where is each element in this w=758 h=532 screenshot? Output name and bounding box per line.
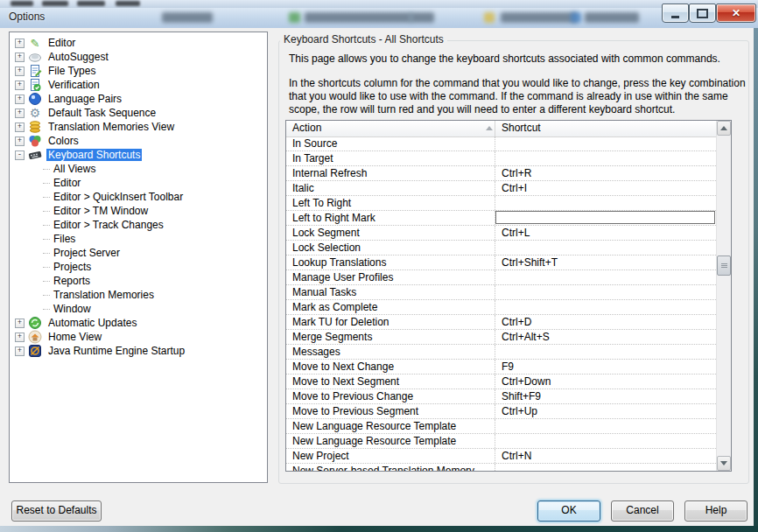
table-row-new-language-resource-template[interactable]: New Language Resource Template [286,419,716,434]
table-row-lock-selection[interactable]: Lock Selection [286,241,716,256]
expand-icon[interactable]: + [15,318,25,328]
table-row-lookup-translations[interactable]: Lookup TranslationsCtrl+Shift+T [286,256,716,270]
shortcut-cell: F9 [495,360,716,374]
tree-item-files[interactable]: Files [10,232,267,246]
expand-icon[interactable]: + [15,52,25,62]
action-cell: New Server-based Translation Memory [286,464,495,471]
tree-item-verification[interactable]: +Verification [10,78,267,92]
table-row-internal-refresh[interactable]: Internal RefreshCtrl+R [286,166,716,181]
action-cell: Messages [286,345,495,359]
tree-item-reports[interactable]: Reports [10,274,267,288]
action-cell: Mark as Complete [286,300,495,314]
updates-icon [28,316,42,330]
table-row-left-to-right[interactable]: Left To Right [286,196,716,211]
scrollbar-thumb[interactable] [717,256,731,276]
table-row-merge-segments[interactable]: Merge SegmentsCtrl+Alt+S [286,330,716,345]
table-row-left-to-right-mark[interactable]: Left to Right Mark [286,211,716,226]
tree-item-editor-track-changes[interactable]: Editor > Track Changes [10,218,267,232]
tree-item-project-server[interactable]: Project Server [10,246,267,260]
expand-icon[interactable]: + [15,122,25,132]
expand-icon[interactable]: + [15,80,25,90]
expand-icon[interactable]: + [15,94,25,104]
tree-item-colors[interactable]: +Colors [10,134,267,148]
minimize-button[interactable] [662,4,689,23]
tree-item-editor[interactable]: +✎Editor [10,36,267,50]
expand-icon[interactable]: + [15,136,25,146]
expand-icon[interactable]: + [15,38,25,48]
shortcut-cell [495,196,716,210]
shortcut-cell [495,419,716,433]
tree-item-editor-tm-window[interactable]: Editor > TM Window [10,204,267,218]
vertical-scrollbar[interactable] [716,121,731,471]
table-row-messages[interactable]: Messages [286,345,716,360]
shortcut-cell: Ctrl+N [495,449,716,463]
tree-item-label: Keyboard Shortcuts [46,149,142,161]
page-title: Keyboard Shortcuts - All Shortcuts [280,33,447,46]
action-cell: Move to Previous Segment [286,404,495,418]
tree-item-projects[interactable]: Projects [10,260,267,274]
close-button[interactable]: ✕ [716,4,756,23]
tree-item-label: Java Runtime Engine Startup [46,345,186,357]
tree-item-keyboard-shortcuts[interactable]: -Keyboard Shortcuts [10,148,267,162]
table-row-lock-segment[interactable]: Lock SegmentCtrl+L [286,226,716,241]
table-row-move-to-next-change[interactable]: Move to Next ChangeF9 [286,360,716,374]
action-cell: Lock Segment [286,226,495,240]
expand-icon[interactable]: + [15,332,25,342]
close-icon: ✕ [732,8,740,18]
maximize-button[interactable] [689,4,716,23]
tree-item-translation-memories[interactable]: Translation Memories [10,288,267,302]
column-header-action[interactable]: Action [286,121,495,136]
expand-icon[interactable]: + [15,346,25,356]
shortcut-edit-input[interactable] [495,211,715,224]
tree-item-default-task-sequence[interactable]: +⚙Default Task Sequence [10,106,267,120]
tree-item-all-views[interactable]: All Views [10,162,267,176]
table-row-new-language-resource-template[interactable]: New Language Resource Template [286,434,716,449]
table-row-move-to-previous-change[interactable]: Move to Previous ChangeShift+F9 [286,389,716,404]
shortcut-cell: Ctrl+Shift+T [495,256,716,270]
column-header-shortcut[interactable]: Shortcut [495,121,716,136]
tree-item-file-types[interactable]: +File Types [10,64,267,78]
table-row-manual-tasks[interactable]: Manual Tasks [286,285,716,300]
tree-item-home-view[interactable]: +Home View [10,330,267,344]
table-row-new-project[interactable]: New ProjectCtrl+N [286,449,716,464]
parent-window-right-edge [754,28,758,526]
table-row-manage-user-profiles[interactable]: Manage User Profiles [286,270,716,285]
table-row-italic[interactable]: ItalicCtrl+I [286,181,716,196]
ok-button[interactable]: OK [537,500,600,522]
tree-item-editor-quickinsert-toolbar[interactable]: Editor > QuickInsert Toolbar [10,190,267,204]
shortcut-cell [495,241,716,255]
table-row-in-source[interactable]: In Source [286,136,716,151]
table-row-mark-tu-for-deletion[interactable]: Mark TU for DeletionCtrl+D [286,315,716,330]
tree-item-automatic-updates[interactable]: +Automatic Updates [10,316,267,330]
scroll-down-button[interactable] [717,456,731,471]
shortcut-cell [495,211,716,225]
tree-item-window[interactable]: Window [10,302,267,316]
tree-item-editor[interactable]: Editor [10,176,267,190]
options-tree[interactable]: +✎Editor+AutoSuggest+File Types+Verifica… [9,32,268,483]
tree-item-label: Verification [46,79,102,91]
shortcut-cell: Ctrl+R [495,166,716,180]
tree-item-language-pairs[interactable]: +Language Pairs [10,92,267,106]
reset-to-defaults-button[interactable]: Reset to Defaults [11,500,102,522]
action-cell: In Source [286,136,495,150]
task-sequence-gear-icon: ⚙ [28,106,42,120]
table-row-move-to-previous-segment[interactable]: Move to Previous SegmentCtrl+Up [286,404,716,419]
expand-icon[interactable]: + [15,66,25,76]
tree-item-label: AutoSuggest [46,51,110,63]
table-row-mark-as-complete[interactable]: Mark as Complete [286,300,716,315]
tree-item-autosuggest[interactable]: +AutoSuggest [10,50,267,64]
tree-item-java-runtime-engine-startup[interactable]: +Java Runtime Engine Startup [10,344,267,358]
shortcut-cell: Ctrl+Alt+S [495,330,716,344]
tree-item-translation-memories-view[interactable]: +Translation Memories View [10,120,267,134]
expand-icon[interactable]: + [15,108,25,118]
action-cell: Manual Tasks [286,285,495,299]
collapse-icon[interactable]: - [15,150,25,160]
table-row-in-target[interactable]: In Target [286,151,716,166]
autosuggest-icon [28,50,42,64]
scroll-up-button[interactable] [717,121,731,136]
table-row-new-server-based-translation-memory[interactable]: New Server-based Translation Memory [286,464,716,471]
cancel-button[interactable]: Cancel [611,500,674,522]
help-button[interactable]: Help [684,500,747,522]
table-row-move-to-next-segment[interactable]: Move to Next SegmentCtrl+Down [286,374,716,389]
title-bar[interactable]: Options [0,8,758,29]
